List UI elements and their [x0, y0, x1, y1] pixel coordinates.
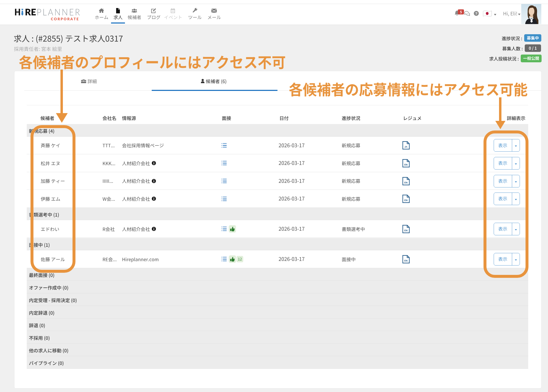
svg-text:EN: EN [404, 163, 408, 166]
svg-text:EN: EN [404, 259, 408, 262]
svg-text:JA: JA [405, 145, 408, 148]
svg-text:?: ? [475, 11, 477, 16]
svg-text:EN: EN [404, 181, 408, 184]
svg-text:EN: EN [404, 199, 408, 202]
svg-text:EN: EN [404, 229, 408, 232]
